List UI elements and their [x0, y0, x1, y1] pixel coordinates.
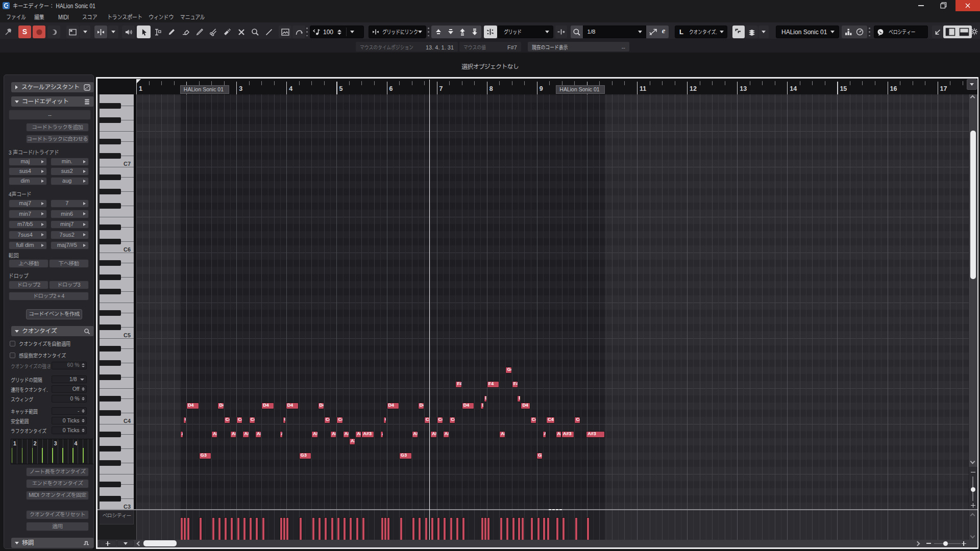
velocity-bar[interactable] — [280, 517, 283, 540]
velocity-bar[interactable] — [562, 517, 565, 540]
black-key[interactable] — [100, 117, 121, 123]
current-chord-display-box[interactable]: 現在のコード表示 -- — [528, 42, 629, 52]
midi-note[interactable]: A#3 — [499, 431, 505, 438]
midi-note[interactable]: C4 — [236, 417, 242, 423]
midi-note[interactable]: A#3 — [556, 431, 562, 438]
chord-triad-sus2-play-icon[interactable] — [83, 170, 86, 173]
menu-item-manual[interactable]: マニュアル — [180, 13, 205, 22]
erase-tool[interactable] — [179, 26, 192, 38]
trim-tool[interactable] — [192, 26, 206, 38]
autoscroll-dropdown[interactable] — [108, 26, 118, 38]
velocity-bar[interactable] — [400, 517, 403, 540]
velocity-bar[interactable] — [243, 517, 246, 540]
active-part-box[interactable]: HALion Sonic 01 — [776, 26, 839, 38]
quantize-param-1-value-box[interactable]: 1/8 — [52, 375, 87, 383]
acoustic-pitch-feedback-button[interactable] — [122, 26, 135, 38]
drop2-button[interactable]: ドロップ2 — [9, 281, 48, 289]
black-key[interactable] — [100, 482, 121, 487]
black-key[interactable] — [100, 189, 121, 194]
chord-tetrad-fulldim[interactable]: full dim — [9, 241, 47, 250]
drop3-button[interactable]: ドロップ3 — [49, 281, 89, 289]
black-key[interactable] — [100, 239, 121, 244]
chord-tetrad-7sus4[interactable]: 7sus4 — [9, 231, 47, 239]
midi-note[interactable]: A#3 — [255, 431, 261, 438]
quantize-param-5-value-box[interactable]: 0 Ticks — [52, 417, 87, 424]
chord-tetrad-7sus2-play-icon[interactable] — [83, 233, 86, 236]
velocity-bar[interactable] — [418, 517, 421, 540]
midi-note[interactable]: C4 — [574, 417, 580, 423]
move-down-button[interactable] — [445, 28, 456, 36]
menu-item-scores[interactable]: スコア — [82, 13, 97, 22]
section-chord-edit[interactable]: コードエディット — [11, 96, 94, 107]
midi-note[interactable]: D4 — [261, 403, 274, 409]
black-key[interactable] — [100, 460, 121, 466]
hzoom-slider[interactable] — [943, 541, 948, 546]
link-grid-dropdown[interactable] — [418, 31, 422, 33]
black-key[interactable] — [100, 289, 121, 294]
velocity-bar[interactable] — [230, 517, 233, 540]
velocity-bar[interactable] — [224, 517, 227, 540]
velocity-bar[interactable] — [349, 517, 352, 540]
midi-note[interactable]: A#3 — [180, 431, 183, 438]
midi-note[interactable]: C4 — [546, 417, 555, 423]
menu-item-window[interactable]: ウィンドウ — [149, 13, 174, 22]
black-key[interactable] — [100, 374, 121, 380]
lane-resize-grip[interactable] — [556, 509, 558, 510]
velocity-bar[interactable] — [283, 517, 286, 540]
vscroll-thumb[interactable] — [970, 131, 976, 279]
velocity-bar[interactable] — [387, 517, 390, 540]
note-expression-button[interactable] — [845, 28, 852, 36]
snap-on-off-button[interactable] — [484, 26, 497, 38]
midi-note[interactable]: C4 — [530, 417, 536, 423]
black-key[interactable] — [100, 174, 121, 180]
chord-tetrad-m7b5[interactable]: m7/b5 — [9, 220, 47, 229]
open-quantize-panel-button[interactable]: e — [659, 27, 668, 37]
black-key[interactable] — [100, 446, 121, 452]
chord-tetrad-maj7-play-icon[interactable] — [41, 202, 44, 205]
midi-note[interactable]: A#3 — [430, 431, 436, 438]
hscroll-thumb[interactable] — [143, 540, 177, 546]
record-in-editor-button[interactable] — [33, 26, 45, 38]
black-key[interactable] — [100, 496, 121, 502]
midi-note[interactable]: A#3 — [412, 431, 418, 438]
midi-note[interactable]: D4 — [217, 403, 224, 409]
velocity-bar[interactable] — [481, 517, 484, 540]
midi-note[interactable]: D4 — [286, 403, 299, 409]
midi-note[interactable]: A#3 — [242, 431, 249, 438]
velocity-bar[interactable] — [255, 517, 258, 540]
velocity-bar[interactable] — [450, 517, 453, 540]
velocity-bar[interactable] — [547, 517, 550, 540]
chord-tetrad-maj75-play-icon[interactable] — [83, 244, 86, 247]
midi-note[interactable]: F4 — [455, 381, 461, 388]
chord-tetrad-min6[interactable]: min6 — [51, 210, 89, 218]
mute-tool[interactable] — [234, 26, 248, 38]
velocity-bar[interactable] — [343, 517, 346, 540]
midi-input-dial-button[interactable] — [856, 28, 864, 36]
iterative-quantize-button[interactable] — [649, 28, 657, 36]
quantize-param-3-value-box[interactable]: 0 % — [52, 395, 87, 403]
velocity-bar[interactable] — [187, 517, 190, 540]
drop2-4-button[interactable]: ドロップ2 + 4 — [9, 292, 89, 300]
midi-note[interactable]: D#4 — [484, 395, 487, 402]
part-name-tab-start[interactable]: HALion Sonic 01 — [180, 85, 229, 94]
move-up-button[interactable] — [433, 28, 444, 36]
midi-note[interactable]: G3 — [199, 453, 212, 459]
editor-setup-button[interactable] — [970, 28, 979, 36]
glue-tool[interactable] — [220, 26, 234, 38]
midi-note[interactable]: C4 — [183, 417, 186, 423]
chord-tetrad-min7[interactable]: min7 — [9, 210, 47, 218]
quantize-param-3-stepper[interactable] — [82, 397, 85, 401]
black-key[interactable] — [100, 324, 121, 330]
midi-note[interactable]: A#3 — [355, 431, 361, 438]
black-key[interactable] — [100, 432, 121, 437]
quantize-param-6-value-box[interactable]: 0 Ticks — [52, 427, 87, 434]
chord-triad-maj[interactable]: maj — [9, 158, 47, 166]
midi-note[interactable]: A#3 — [561, 431, 574, 438]
snap-type-dropdown[interactable] — [545, 31, 549, 33]
chord-tetrad-maj7[interactable]: maj7 — [9, 199, 47, 208]
velocity-bar[interactable] — [324, 517, 327, 540]
pin-setup-button[interactable] — [4, 28, 13, 36]
black-key[interactable] — [100, 260, 121, 266]
velocity-bar[interactable] — [183, 517, 186, 540]
minimize-button[interactable] — [915, 0, 926, 11]
